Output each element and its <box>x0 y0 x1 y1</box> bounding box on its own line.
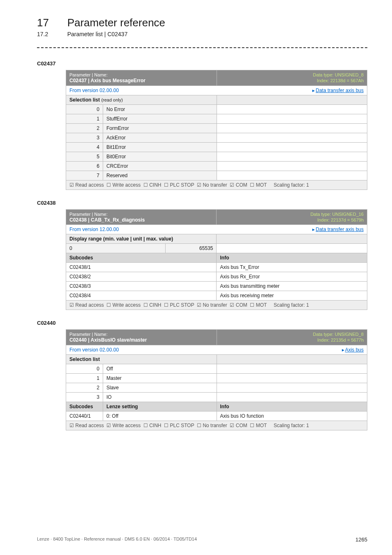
empty-cell <box>217 392 367 402</box>
selection-index: 2 <box>66 123 103 133</box>
table-c02437: Parameter | Name: C02437 | Axis bus Mess… <box>66 70 367 190</box>
data-type: Data type: UNSIGNED_8 <box>220 331 364 337</box>
empty-cell <box>217 133 367 142</box>
selection-value: StuffError <box>103 114 217 123</box>
selection-value: Bit1Error <box>103 142 217 152</box>
chapter-title: Parameter reference <box>67 16 165 29</box>
subcode-cell: C02438/2 <box>66 272 217 282</box>
scaling-factor: Scaling factor: 1 <box>274 182 309 188</box>
selection-index: 2 <box>66 383 103 392</box>
subcodes-header: Subcodes <box>66 253 217 263</box>
selection-value: Bit0Error <box>103 152 217 161</box>
subcode-cell: C02440/1 <box>66 411 103 421</box>
param-heading-c02440: C02440 <box>37 320 367 326</box>
selection-value: FormError <box>103 123 217 133</box>
selection-value: No Error <box>103 104 217 114</box>
data-type: Data type: UNSIGNED_16 <box>220 211 364 217</box>
version-link[interactable]: From version 02.00.00 <box>69 88 119 93</box>
selection-value: AckError <box>103 133 217 142</box>
display-min: 0 <box>66 244 166 253</box>
empty-cell <box>217 171 367 180</box>
section-title: Parameter list | C02437 <box>67 31 128 37</box>
param-name-label: Parameter | Name: <box>69 331 213 337</box>
selection-value: Slave <box>103 383 217 392</box>
index: Index: 22137d = 5679h <box>220 217 364 223</box>
empty-cell <box>217 152 367 161</box>
selection-list-label: Selection list <box>66 354 217 364</box>
divider <box>37 47 367 48</box>
selection-value: Master <box>103 373 217 383</box>
subcode-cell: C02438/4 <box>66 291 217 301</box>
table-c02440: Parameter | Name: C02440 | AxisBusIO sla… <box>66 329 367 430</box>
subcode-cell: C02438/3 <box>66 282 217 291</box>
version-link[interactable]: From version 12.00.00 <box>69 227 119 232</box>
info-value: Axis bus Rx_Error <box>217 272 367 282</box>
empty-cell <box>217 161 367 171</box>
scaling-factor: Scaling factor: 1 <box>274 302 309 308</box>
scaling-factor: Scaling factor: 1 <box>274 423 309 428</box>
section-number: 17.2 <box>37 31 66 37</box>
param-title: C02438 | CAB_Tx_Rx_diagnosis <box>69 217 213 223</box>
subcode-cell: C02438/1 <box>66 263 217 272</box>
param-heading-c02438: C02438 <box>37 200 367 206</box>
selection-value: Off <box>103 364 217 373</box>
selection-index: 1 <box>66 114 103 123</box>
empty-cell <box>217 142 367 152</box>
display-max: 65535 <box>165 244 217 253</box>
selection-list-label: Selection list <box>69 97 100 103</box>
param-name-label: Parameter | Name: <box>69 211 213 217</box>
info-header: Info <box>217 253 367 263</box>
index: Index: 22138d = 567Ah <box>220 78 364 83</box>
access-flags: ☑ Read access ☐ Write access ☐ CINH ☐ PL… <box>69 182 267 188</box>
access-flags: ☑ Read access ☐ Write access ☐ CINH ☐ PL… <box>69 302 267 308</box>
lenze-value: 0: Off <box>103 411 217 421</box>
info-value: Axis bus receiving meter <box>217 291 367 301</box>
param-title: C02437 | Axis bus MessageError <box>69 78 213 83</box>
selection-index: 3 <box>66 392 103 402</box>
param-heading-c02437: C02437 <box>37 60 367 67</box>
access-flags: ☑ Read access ☑ Write access ☐ CINH ☐ PL… <box>69 423 267 428</box>
selection-index: 1 <box>66 373 103 383</box>
param-title: C02440 | AxisBusIO slave/master <box>69 337 213 343</box>
info-value: Axis bus transmitting meter <box>217 282 367 291</box>
info-value: Axis bus IO function <box>217 411 367 421</box>
data-type: Data type: UNSIGNED_8 <box>220 72 364 78</box>
chapter-number: 17 <box>37 16 66 29</box>
selection-index: 5 <box>66 152 103 161</box>
info-value: Axis bus Tx_Error <box>217 263 367 272</box>
empty-cell <box>217 123 367 133</box>
empty-cell <box>217 383 367 392</box>
selection-value: Reserved <box>103 171 217 180</box>
selection-index: 4 <box>66 142 103 152</box>
index: Index: 22135d = 5677h <box>220 337 364 343</box>
version-link[interactable]: From version 02.00.00 <box>69 347 119 353</box>
empty-cell <box>217 114 367 123</box>
selection-value: IO <box>103 392 217 402</box>
selection-index: 3 <box>66 133 103 142</box>
info-header: Info <box>217 402 367 411</box>
subcodes-header: Subcodes <box>66 402 103 411</box>
selection-index: 7 <box>66 171 103 180</box>
selection-index: 6 <box>66 161 103 171</box>
empty-cell <box>217 373 367 383</box>
selection-value: CRCError <box>103 161 217 171</box>
param-name-label: Parameter | Name: <box>69 72 213 78</box>
selection-index: 0 <box>66 364 103 373</box>
read-only-label: (read only) <box>101 97 123 102</box>
axis-bus-link[interactable]: ▸Data transfer axis bus <box>312 88 364 93</box>
selection-index: 0 <box>66 104 103 114</box>
table-c02438: Parameter | Name: C02438 | CAB_Tx_Rx_dia… <box>66 209 367 310</box>
axis-bus-link[interactable]: ▸Data transfer axis bus <box>312 227 364 232</box>
empty-cell <box>217 104 367 114</box>
axis-bus-link[interactable]: ▸Axis bus <box>342 347 364 353</box>
lenze-setting-header: Lenze setting <box>103 402 217 411</box>
display-range-label: Display range (min. value | unit | max. … <box>66 234 217 244</box>
empty-cell <box>217 364 367 373</box>
